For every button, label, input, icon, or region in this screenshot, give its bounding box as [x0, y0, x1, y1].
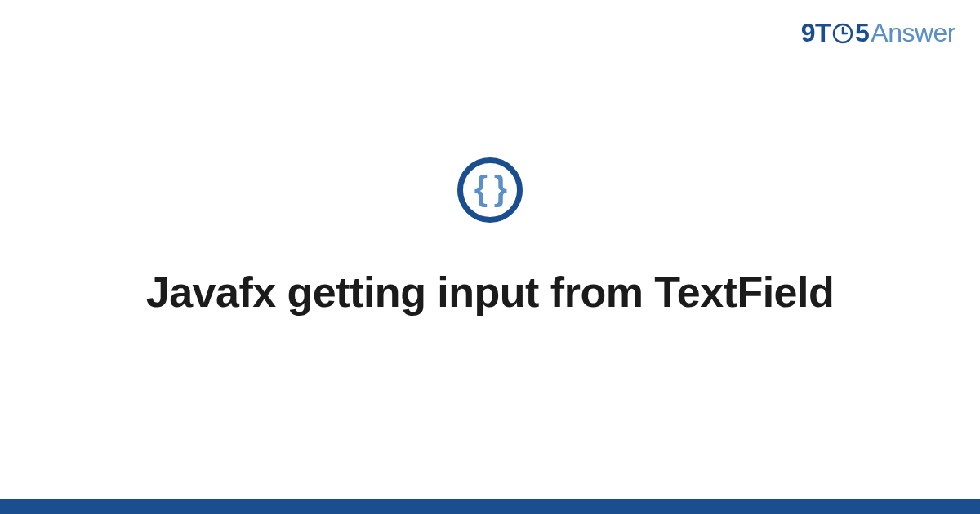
category-icon-circle: { } [457, 157, 523, 223]
logo-part-9t: 9T [801, 18, 831, 48]
clock-icon [831, 22, 854, 45]
logo-part-answer: Answer [871, 18, 956, 48]
page-title: Javafx getting input from TextField [146, 268, 835, 317]
logo-part-5: 5 [855, 18, 869, 48]
code-braces-icon: { } [474, 171, 506, 206]
main-content: { } Javafx getting input from TextField [0, 0, 980, 514]
footer-bar [0, 499, 980, 514]
site-logo: 9T 5 Answer [801, 18, 956, 48]
